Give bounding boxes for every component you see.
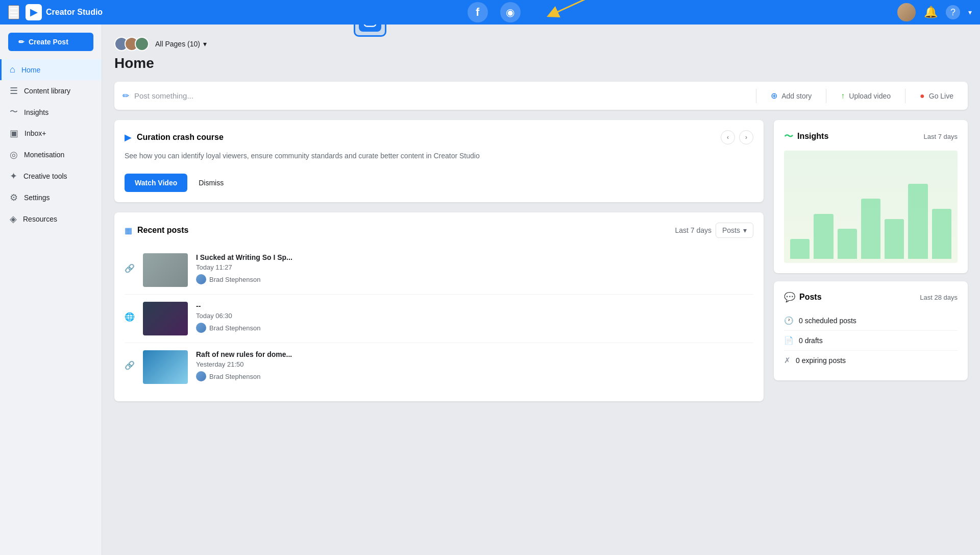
go-live-label: Go Live (929, 92, 953, 100)
top-navigation: ☰ ▶ Creator Studio f ◉ 🔔 ? ▾ (0, 0, 980, 25)
watch-video-button[interactable]: Watch Video (125, 174, 187, 192)
main-layout: ✏ Create Post ⌂ Home ☰ Content library 〜… (0, 0, 980, 555)
curation-prev-button[interactable]: ‹ (721, 130, 735, 144)
recent-posts-card: ▦ Recent posts Last 7 days Posts ▾ 🔗 (114, 212, 764, 401)
insights-title: Insights (797, 132, 828, 141)
post-item-2: 🌐 -- Today 06:30 Brad Stephenson (125, 295, 753, 343)
chart-bars (784, 151, 958, 263)
post-author-1: Brad Stephenson (196, 274, 753, 284)
sidebar: ✏ Create Post ⌂ Home ☰ Content library 〜… (0, 25, 102, 555)
logo-symbol: ▶ (30, 7, 37, 18)
curation-actions: Watch Video Dismiss (125, 174, 753, 192)
upload-video-icon: ↑ (841, 91, 845, 101)
chart-bar-3 (838, 229, 857, 259)
add-story-button[interactable]: ⊕ Add story (765, 88, 818, 104)
sidebar-item-resources[interactable]: ◈ Resources (0, 208, 102, 230)
upload-video-label: Upload video (849, 92, 891, 100)
scheduled-icon: 🕐 (784, 316, 794, 325)
create-post-button[interactable]: ✏ Create Post (8, 33, 93, 51)
sidebar-item-creative-tools[interactable]: ✦ Creative tools (0, 165, 102, 187)
curation-card: ▶ Curation crash course ‹ › See how you … (114, 120, 764, 202)
chart-bar-4 (861, 199, 880, 259)
expiring-posts-stat: ✗ 0 expiring posts (784, 351, 958, 370)
sidebar-item-settings[interactable]: ⚙ Settings (0, 187, 102, 208)
right-column: 〜 Insights Last 7 days (774, 120, 968, 412)
author-name-3: Brad Stephenson (209, 373, 260, 380)
create-post-label: Create Post (29, 38, 68, 46)
posts-card-title: 💬 Posts (784, 292, 822, 303)
sidebar-label-resources: Resources (23, 215, 57, 223)
chart-bar-5 (885, 219, 904, 259)
hamburger-button[interactable]: ☰ (8, 5, 19, 19)
chart-bar-1 (790, 239, 810, 259)
posts-speech-icon: 💬 (784, 292, 795, 303)
sidebar-label-content-library: Content library (24, 87, 70, 95)
posts-period: Last 28 days (920, 294, 958, 301)
post-input[interactable]: ✏ Post something... (122, 91, 748, 101)
app-name: Creator Studio (46, 8, 103, 17)
nav-left: ☰ ▶ Creator Studio (8, 4, 103, 20)
recent-posts-icon: ▦ (125, 226, 132, 235)
sidebar-item-inbox[interactable]: ▣ Inbox+ (0, 123, 102, 144)
nav-dropdown-arrow[interactable]: ▾ (968, 8, 972, 16)
upload-video-button[interactable]: ↑ Upload video (835, 88, 897, 104)
sidebar-label-inbox: Inbox+ (24, 129, 46, 137)
posts-title: Posts (799, 293, 822, 302)
recent-posts-filter: Last 7 days Posts ▾ (675, 223, 753, 238)
pages-selector-label: All Pages (10) (155, 40, 200, 48)
post-time-3: Yesterday 21:50 (196, 360, 753, 368)
sidebar-item-insights[interactable]: 〜 Insights (0, 102, 102, 123)
add-story-label: Add story (781, 92, 812, 100)
insights-card-header: 〜 Insights Last 7 days (784, 130, 958, 142)
pages-avatars (114, 37, 149, 51)
create-post-icon: ✏ (18, 38, 24, 46)
post-author-3: Brad Stephenson (196, 371, 753, 381)
pages-selector[interactable]: All Pages (10) ▾ (155, 40, 207, 48)
help-button[interactable]: ? (946, 5, 960, 19)
sidebar-label-insights: Insights (24, 108, 48, 116)
action-bar: ✏ Post something... ⊕ Add story ↑ Upload… (114, 82, 968, 110)
post-info-2: -- Today 06:30 Brad Stephenson (196, 302, 753, 333)
curation-description: See how you can identify loyal viewers, … (125, 151, 753, 161)
curation-title: Curation crash course (137, 133, 716, 142)
curation-play-icon: ▶ (125, 132, 132, 143)
add-story-icon: ⊕ (771, 91, 777, 101)
sidebar-label-monetisation: Monetisation (24, 151, 64, 159)
post-time-2: Today 06:30 (196, 312, 753, 320)
dismiss-button[interactable]: Dismiss (193, 174, 229, 192)
author-name-1: Brad Stephenson (209, 276, 260, 283)
post-thumbnail-2 (143, 302, 188, 335)
sidebar-item-home[interactable]: ⌂ Home (0, 59, 102, 80)
insights-trend-icon: 〜 (784, 130, 793, 142)
arrow-annotation (537, 0, 598, 19)
sidebar-item-monetisation[interactable]: ◎ Monetisation (0, 144, 102, 165)
recent-posts-title: Recent posts (137, 226, 670, 235)
monetisation-icon: ◎ (10, 149, 18, 160)
sidebar-label-settings: Settings (24, 194, 50, 202)
go-live-button[interactable]: ● Go Live (914, 88, 960, 104)
curation-next-button[interactable]: › (739, 130, 753, 144)
author-avatar-3 (196, 371, 206, 381)
action-separator-2 (826, 89, 826, 103)
sidebar-item-content-library[interactable]: ☰ Content library (0, 80, 102, 102)
insights-card: 〜 Insights Last 7 days (774, 120, 968, 273)
posts-filter-dropdown[interactable]: Posts ▾ (716, 223, 753, 238)
sidebar-label-home: Home (21, 66, 40, 74)
post-info-1: I Sucked at Writing So I Sp... Today 11:… (196, 253, 753, 284)
insights-icon: 〜 (10, 107, 18, 117)
action-separator-3 (905, 89, 905, 103)
post-thumbnail-3 (143, 350, 188, 384)
page-title: Home (114, 55, 968, 71)
filter-dropdown-arrow: ▾ (743, 226, 747, 234)
user-avatar[interactable] (897, 3, 916, 21)
logo-icon: ▶ (26, 4, 42, 20)
post-title-3: Raft of new rules for dome... (196, 350, 753, 358)
pages-dropdown-arrow: ▾ (203, 40, 207, 48)
post-link-icon-3: 🔗 (125, 360, 135, 370)
content-grid: ▶ Curation crash course ‹ › See how you … (114, 120, 968, 412)
post-placeholder: Post something... (134, 91, 193, 100)
facebook-platform-btn[interactable]: f (468, 2, 488, 22)
instagram-platform-btn[interactable]: ◉ (500, 2, 521, 22)
notifications-bell[interactable]: 🔔 (924, 6, 938, 19)
drafts-stat: 📄 0 drafts (784, 331, 958, 351)
